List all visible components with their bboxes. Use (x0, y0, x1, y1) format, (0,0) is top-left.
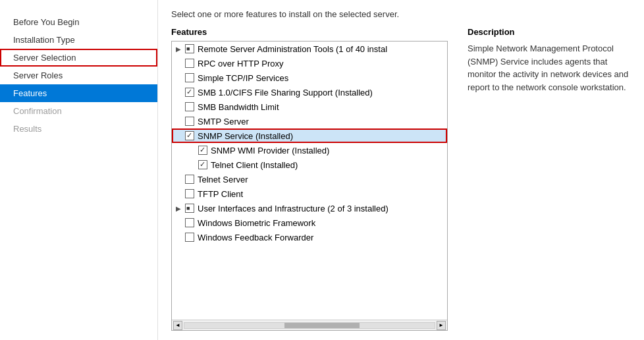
checkbox-snmp-wmi[interactable] (198, 146, 207, 155)
description-label: Description (468, 27, 631, 37)
feature-label-smb-bandwidth: SMB Bandwidth Limit (198, 102, 279, 112)
feature-item-smb-bandwidth[interactable]: SMB Bandwidth Limit (172, 99, 447, 114)
expand-arrow-snmp-service (176, 132, 185, 140)
horizontal-scrollbar[interactable]: ◄ ► (172, 320, 447, 330)
feature-label-snmp-service: SNMP Service (Installed) (198, 131, 293, 141)
expand-arrow-user-interfaces[interactable]: ▶ (176, 205, 185, 212)
main-content: Select one or more features to install o… (158, 0, 644, 340)
checkbox-windows-biometric[interactable] (185, 218, 194, 227)
features-list-container: ▶Remote Server Administration Tools (1 o… (171, 41, 448, 331)
checkbox-windows-feedback[interactable] (185, 233, 194, 242)
feature-label-telnet-server: Telnet Server (198, 175, 248, 184)
sidebar-item-results: Results (0, 120, 157, 138)
expand-arrow-smb-bandwidth (176, 103, 185, 111)
checkbox-telnet-server[interactable] (185, 175, 194, 184)
scroll-right-button[interactable]: ► (437, 321, 446, 330)
scroll-left-button[interactable]: ◄ (173, 321, 182, 330)
feature-item-smtp-server[interactable]: SMTP Server (172, 114, 447, 128)
feature-label-windows-feedback: Windows Feedback Forwarder (198, 233, 313, 242)
feature-label-smtp-server: SMTP Server (198, 117, 249, 127)
checkbox-smb-bandwidth[interactable] (185, 102, 194, 111)
sidebar-item-server-selection[interactable]: Server Selection (0, 49, 157, 67)
sidebar-item-features[interactable]: Features (0, 84, 157, 102)
feature-label-smb-1: SMB 1.0/CIFS File Sharing Support (Insta… (198, 88, 373, 98)
expand-arrow-remote-server-tools[interactable]: ▶ (176, 45, 185, 53)
expand-arrow-simple-tcp (176, 74, 185, 82)
sidebar-item-installation-type[interactable]: Installation Type (0, 31, 157, 49)
checkbox-rpc-http-proxy[interactable] (185, 59, 194, 68)
feature-label-simple-tcp: Simple TCP/IP Services (198, 73, 288, 83)
expand-arrow-snmp-wmi (189, 147, 198, 154)
sidebar-item-before-you-begin[interactable]: Before You Begin (0, 13, 157, 31)
feature-item-windows-biometric[interactable]: Windows Biometric Framework (172, 215, 447, 230)
expand-arrow-smtp-server (176, 118, 185, 125)
feature-item-telnet-server[interactable]: Telnet Server (172, 172, 447, 186)
feature-item-remote-server-tools[interactable]: ▶Remote Server Administration Tools (1 o… (172, 42, 447, 56)
checkbox-smtp-server[interactable] (185, 117, 194, 126)
feature-label-telnet-client: Telnet Client (Installed) (211, 160, 298, 170)
feature-label-rpc-http-proxy: RPC over HTTP Proxy (198, 59, 284, 69)
feature-item-tftp-client[interactable]: TFTP Client (172, 186, 447, 201)
checkbox-simple-tcp[interactable] (185, 73, 194, 82)
feature-label-windows-biometric: Windows Biometric Framework (198, 218, 315, 228)
features-label: Features (171, 27, 448, 37)
feature-item-user-interfaces[interactable]: ▶User Interfaces and Infrastructure (2 o… (172, 201, 447, 215)
feature-item-smb-1[interactable]: SMB 1.0/CIFS File Sharing Support (Insta… (172, 85, 447, 99)
features-list[interactable]: ▶Remote Server Administration Tools (1 o… (172, 42, 447, 320)
expand-arrow-smb-1 (176, 89, 185, 96)
feature-item-snmp-service[interactable]: SNMP Service (Installed) (172, 128, 447, 143)
checkbox-smb-1[interactable] (185, 88, 194, 97)
expand-arrow-windows-feedback (176, 234, 185, 241)
expand-arrow-tftp-client (176, 190, 185, 198)
description-text: Simple Network Management Protocol (SNMP… (468, 42, 631, 94)
scroll-thumb[interactable] (284, 323, 360, 328)
feature-label-remote-server-tools: Remote Server Administration Tools (1 of… (198, 44, 387, 54)
checkbox-remote-server-tools[interactable] (185, 44, 194, 53)
checkbox-tftp-client[interactable] (185, 189, 194, 198)
sidebar-item-confirmation: Confirmation (0, 102, 157, 120)
feature-item-rpc-http-proxy[interactable]: RPC over HTTP Proxy (172, 56, 447, 71)
checkbox-snmp-service[interactable] (185, 131, 194, 140)
instruction-text: Select one or more features to install o… (171, 9, 631, 19)
feature-item-snmp-wmi[interactable]: SNMP WMI Provider (Installed) (172, 143, 447, 157)
feature-label-snmp-wmi: SNMP WMI Provider (Installed) (211, 146, 329, 156)
scroll-track[interactable] (184, 322, 435, 329)
checkbox-user-interfaces[interactable] (185, 204, 194, 213)
sidebar-item-server-roles[interactable]: Server Roles (0, 67, 157, 84)
description-panel: Description Simple Network Management Pr… (461, 27, 631, 331)
content-area: Features ▶Remote Server Administration T… (171, 27, 631, 331)
expand-arrow-telnet-client (189, 161, 198, 169)
feature-item-telnet-client[interactable]: Telnet Client (Installed) (172, 157, 447, 172)
expand-arrow-rpc-http-proxy (176, 60, 185, 67)
checkbox-telnet-client[interactable] (198, 160, 207, 169)
feature-label-user-interfaces: User Interfaces and Infrastructure (2 of… (198, 204, 389, 213)
feature-item-simple-tcp[interactable]: Simple TCP/IP Services (172, 71, 447, 85)
feature-item-windows-feedback[interactable]: Windows Feedback Forwarder (172, 230, 447, 244)
sidebar: Before You BeginInstallation TypeServer … (0, 0, 158, 340)
feature-label-tftp-client: TFTP Client (198, 189, 243, 199)
expand-arrow-windows-biometric (176, 219, 185, 227)
features-panel: Features ▶Remote Server Administration T… (171, 27, 448, 331)
expand-arrow-telnet-server (176, 176, 185, 183)
